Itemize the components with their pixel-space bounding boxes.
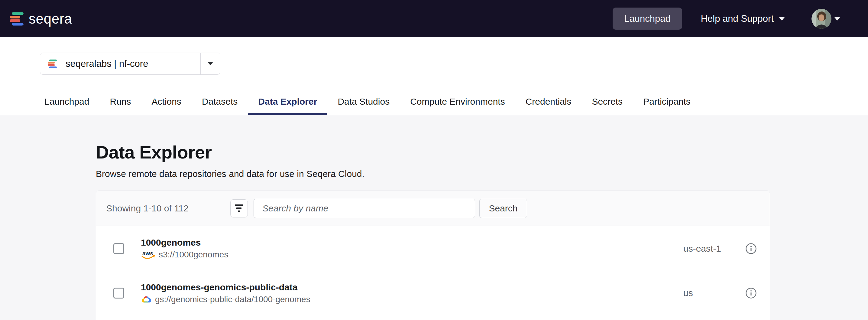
help-support-label: Help and Support [701,13,774,24]
tab-compute-environments[interactable]: Compute Environments [410,96,505,115]
row-main: 1000genomes aws s3://1000genomes [141,237,228,260]
filter-icon [235,204,243,206]
row-checkbox[interactable] [113,288,124,298]
bucket-name: 1000genomes [141,237,228,248]
tab-data-explorer-label: Data Explorer [258,96,317,107]
svg-text:aws: aws [142,250,153,257]
region-label: us [683,288,693,298]
table-row-partial [96,315,770,320]
avatar [811,9,831,29]
row-checkbox[interactable] [113,243,124,254]
main-content: Data Explorer Browse remote data reposit… [0,142,868,320]
table-row[interactable]: 1000genomes aws s3://1000genomes us-east… [96,226,770,271]
tab-datasets[interactable]: Datasets [202,96,238,115]
info-button[interactable] [745,287,757,299]
seqera-logo-icon [9,11,25,27]
workspace-tabs: Launchpad Runs Actions Datasets Data Exp… [44,37,690,115]
bucket-uri: aws s3://1000genomes [141,250,228,260]
navbar-right: Launchpad Help and Support [613,7,840,30]
tab-secrets[interactable]: Secrets [592,96,623,115]
info-button[interactable] [745,243,757,254]
page-title: Data Explorer [96,142,868,163]
aws-icon: aws [141,250,155,260]
user-menu[interactable] [811,9,840,29]
region-label: us-east-1 [683,243,721,254]
help-support-menu[interactable]: Help and Support [701,13,785,24]
row-main: 1000genomes-genomics-public-data [141,282,310,304]
chevron-down-icon [834,17,840,21]
seqera-cloud-screen: seqera Launchpad Help and Support [0,0,868,320]
bucket-uri-text: gs://genomics-public-data/1000-genomes [155,295,310,304]
tab-credentials[interactable]: Credentials [526,96,571,115]
filter-button[interactable] [230,199,248,217]
tab-data-explorer[interactable]: Data Explorer [258,96,317,115]
bucket-uri: gs://genomics-public-data/1000-genomes [141,295,310,304]
top-navbar: seqera Launchpad Help and Support [0,0,868,37]
brand-wordmark: seqera [29,10,72,27]
table-toolbar: Showing 1-10 of 112 Search [96,191,770,226]
launchpad-button[interactable]: Launchpad [613,7,682,30]
active-tab-indicator [248,113,327,115]
tab-actions[interactable]: Actions [152,96,181,115]
tab-data-studios[interactable]: Data Studios [338,96,390,115]
seqera-logo[interactable]: seqera [9,10,72,27]
chevron-down-icon [779,17,785,21]
tab-launchpad[interactable]: Launchpad [44,96,89,115]
table-row[interactable]: 1000genomes-genomics-public-data [96,271,770,315]
bucket-uri-text: s3://1000genomes [159,250,228,260]
google-cloud-icon [141,295,152,304]
page-subtitle: Browse remote data repositories and data… [96,169,868,179]
subheader: seqeralabs | nf-core Launchpad Runs Acti… [0,37,868,115]
pagination-summary: Showing 1-10 of 112 [106,203,189,213]
info-icon [745,243,757,254]
tab-runs[interactable]: Runs [110,96,131,115]
data-explorer-table: Showing 1-10 of 112 Search 1000genomes a… [96,191,770,320]
bucket-name: 1000genomes-genomics-public-data [141,282,310,292]
info-icon [745,287,757,299]
tab-participants[interactable]: Participants [643,96,690,115]
search-button[interactable]: Search [479,199,527,218]
search-input[interactable] [254,199,475,218]
